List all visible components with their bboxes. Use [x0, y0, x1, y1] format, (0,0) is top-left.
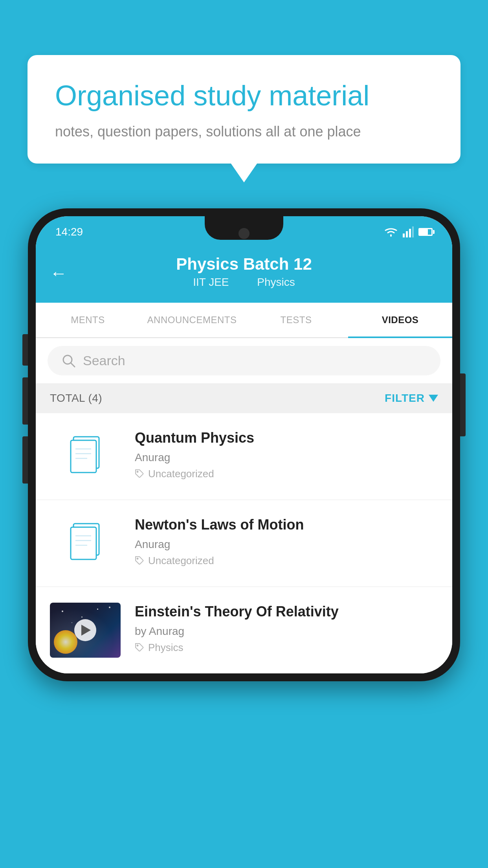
- list-item[interactable]: Newton's Laws of Motion Anurag Uncategor…: [36, 500, 452, 587]
- filter-row: TOTAL (4) FILTER: [36, 383, 452, 413]
- volume-up-button: [22, 377, 28, 425]
- app-header: ← Physics Batch 12 IIT JEE Physics: [36, 244, 452, 303]
- tag-icon: [135, 643, 144, 652]
- header-title: Physics Batch 12: [51, 255, 437, 274]
- tag-label: Uncategorized: [148, 468, 214, 480]
- status-time: 14:29: [55, 226, 83, 238]
- tag-icon: [135, 469, 144, 478]
- tag-icon: [135, 556, 144, 565]
- svg-rect-3: [412, 226, 414, 237]
- phone-wrapper: 14:29: [28, 208, 460, 681]
- video-info: Quantum Physics Anurag Uncategorized: [135, 429, 438, 480]
- document-thumbnail: [50, 429, 121, 484]
- video-author: Anurag: [135, 538, 438, 551]
- search-icon: [62, 354, 76, 368]
- list-item[interactable]: Quantum Physics Anurag Uncategorized: [36, 413, 452, 500]
- play-triangle-icon: [81, 625, 91, 636]
- speech-bubble-title: Organised study material: [55, 79, 433, 112]
- doc-icon: [68, 435, 103, 478]
- tab-announcements[interactable]: ANNOUNCEMENTS: [140, 303, 244, 337]
- tab-tests[interactable]: TESTS: [244, 303, 348, 337]
- doc-icon: [68, 522, 103, 565]
- speech-bubble-wrapper: Organised study material notes, question…: [28, 55, 460, 164]
- speech-bubble: Organised study material notes, question…: [28, 55, 460, 164]
- volume-down-button-2: [22, 436, 28, 484]
- svg-rect-1: [406, 231, 408, 237]
- battery-fill: [420, 229, 428, 235]
- phone-screen: 14:29: [36, 216, 452, 673]
- filter-label: FILTER: [385, 392, 425, 405]
- subtitle-physics: Physics: [257, 276, 295, 288]
- svg-rect-0: [403, 234, 405, 237]
- video-info: Einstein's Theory Of Relativity by Anura…: [135, 603, 438, 654]
- document-thumbnail: [50, 516, 121, 571]
- play-button[interactable]: [74, 619, 96, 641]
- filter-button[interactable]: FILTER: [385, 392, 438, 405]
- video-thumbnail: [50, 603, 121, 658]
- svg-rect-7: [71, 440, 96, 473]
- video-list: Quantum Physics Anurag Uncategorized: [36, 413, 452, 673]
- svg-point-11: [137, 471, 138, 473]
- svg-rect-2: [409, 229, 411, 237]
- volume-down-button: [22, 334, 28, 366]
- video-title: Einstein's Theory Of Relativity: [135, 603, 438, 621]
- phone-notch: [205, 216, 283, 240]
- video-author: Anurag: [135, 451, 438, 464]
- total-count: TOTAL (4): [50, 392, 102, 405]
- search-placeholder: Search: [83, 353, 125, 368]
- video-title: Quantum Physics: [135, 429, 438, 447]
- power-button: [460, 373, 466, 436]
- phone-frame: 14:29: [28, 208, 460, 681]
- list-item[interactable]: Einstein's Theory Of Relativity by Anura…: [36, 587, 452, 673]
- tag-label: Physics: [148, 642, 183, 654]
- svg-point-17: [137, 558, 138, 559]
- back-button[interactable]: ←: [50, 263, 67, 283]
- tab-videos[interactable]: VIDEOS: [348, 303, 452, 337]
- battery-icon: [418, 228, 433, 236]
- subtitle-iitjee: IIT JEE: [193, 276, 229, 288]
- video-tag: Uncategorized: [135, 555, 438, 567]
- search-box[interactable]: Search: [48, 346, 440, 375]
- tab-ments[interactable]: MENTS: [36, 303, 140, 337]
- video-info: Newton's Laws of Motion Anurag Uncategor…: [135, 516, 438, 567]
- filter-funnel-icon: [429, 395, 438, 402]
- svg-line-5: [71, 363, 75, 367]
- speech-bubble-subtitle: notes, question papers, solutions all at…: [55, 123, 433, 140]
- wifi-icon: [384, 226, 398, 237]
- front-camera: [238, 228, 250, 239]
- search-container: Search: [36, 338, 452, 383]
- video-tag: Uncategorized: [135, 468, 438, 480]
- svg-point-18: [137, 645, 138, 646]
- status-icons: [384, 226, 433, 237]
- video-tag: Physics: [135, 642, 438, 654]
- video-title: Newton's Laws of Motion: [135, 516, 438, 534]
- tabs-bar: MENTS ANNOUNCEMENTS TESTS VIDEOS: [36, 303, 452, 338]
- tag-label: Uncategorized: [148, 555, 214, 567]
- svg-rect-13: [71, 527, 96, 559]
- header-subtitle: IIT JEE Physics: [51, 276, 437, 289]
- video-author: by Anurag: [135, 625, 438, 638]
- signal-icon: [403, 226, 414, 237]
